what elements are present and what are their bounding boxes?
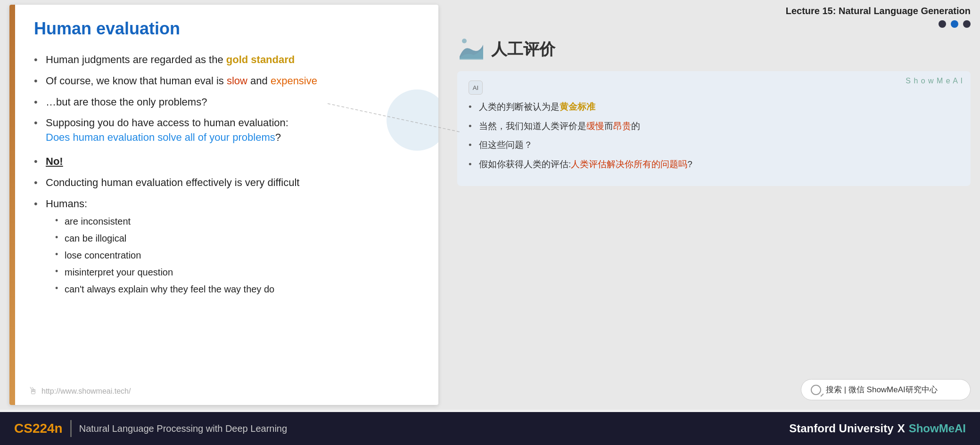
- sub-bullet-5: can't always explain why they feel the w…: [55, 283, 420, 296]
- cn-bullet-1: 人类的判断被认为是黄金标准: [469, 100, 959, 114]
- showmeai-badge: S h o w M e A I: [906, 77, 963, 85]
- chinese-bullets: 人类的判断被认为是黄金标准 当然，我们知道人类评价是缓慢而昂贵的 但这些问题？ …: [469, 100, 959, 171]
- bottom-bar: CS224n Natural Language Processing with …: [0, 412, 980, 445]
- nav-dot-1[interactable]: [939, 20, 946, 28]
- bottom-separator: [70, 420, 72, 437]
- svg-point-0: [462, 39, 467, 43]
- slide-bullets-bottom: No! Conducting human evaluation effectiv…: [34, 154, 420, 296]
- right-panel: Lecture 15: Natural Language Generation …: [448, 0, 980, 410]
- chinese-icon: [457, 35, 486, 64]
- slide-left-bar: [9, 5, 15, 405]
- sub-bullet-2: can be illogical: [55, 232, 420, 245]
- slide-bullets-top: Human judgments are regarded as the gold…: [34, 53, 420, 145]
- nav-dot-3[interactable]: [963, 20, 971, 28]
- slide-bullet-7: Humans: are inconsistent can be illogica…: [34, 197, 420, 296]
- footer-url: http://www.showmeai.tech/: [41, 387, 131, 396]
- slide-bullet-5: No!: [34, 154, 420, 169]
- chinese-section-title: 人工评价: [491, 39, 555, 60]
- search-bar[interactable]: 搜索 | 微信 ShowMeAI研究中心: [801, 379, 971, 400]
- slide-bullet-3: …but are those the only problems?: [34, 95, 420, 110]
- slide-footer: 🖱 http://www.showmeai.tech/: [28, 386, 131, 396]
- dots-navigation: [457, 20, 971, 28]
- ai-icon: AI: [469, 81, 483, 95]
- cn-bullet-4: 假如你获得人类的评估:人类评估解决你所有的问题吗?: [469, 158, 959, 171]
- x-separator: X: [898, 422, 905, 435]
- stanford-label: Stanford University: [789, 422, 893, 435]
- search-area: 搜索 | 微信 ShowMeAI研究中心: [457, 374, 971, 410]
- sub-bullet-4: misinterpret your question: [55, 266, 420, 279]
- lecture-title: Lecture 15: Natural Language Generation: [457, 0, 971, 20]
- bottom-left: CS224n Natural Language Processing with …: [14, 420, 287, 437]
- cn-bullet-2: 当然，我们知道人类评价是缓慢而昂贵的: [469, 120, 959, 133]
- slide-sub-bullets: are inconsistent can be illogical lose c…: [55, 215, 420, 296]
- search-text: 搜索 | 微信 ShowMeAI研究中心: [826, 384, 938, 395]
- bottom-cs-label: CS224n: [14, 421, 63, 436]
- bottom-right: Stanford University X ShowMeAI: [789, 422, 966, 435]
- slide-bullet-1: Human judgments are regarded as the gold…: [34, 53, 420, 67]
- chinese-header: 人工评价: [457, 35, 971, 64]
- nav-dot-2[interactable]: [951, 20, 958, 28]
- slide-bullet-6: Conducting human evaluation effectively …: [34, 176, 420, 190]
- cn-bullet-3: 但这些问题？: [469, 138, 959, 152]
- sub-bullet-1: are inconsistent: [55, 215, 420, 228]
- translation-card: AI S h o w M e A I 人类的判断被认为是黄金标准 当然，我们知道…: [457, 71, 971, 186]
- showmeai-label: ShowMeAI: [909, 422, 966, 435]
- slide-title: Human evaluation: [34, 19, 420, 39]
- search-icon: [811, 385, 821, 395]
- sub-bullet-3: lose concentration: [55, 249, 420, 262]
- slide-bullet-4: Supposing you do have access to human ev…: [34, 116, 420, 145]
- footer-icon: 🖱: [28, 386, 38, 396]
- bottom-subtitle: Natural Language Processing with Deep Le…: [79, 423, 287, 434]
- slide-bullet-2: Of course, we know that human eval is sl…: [34, 74, 420, 89]
- slide-panel: Human evaluation Human judgments are reg…: [9, 5, 438, 405]
